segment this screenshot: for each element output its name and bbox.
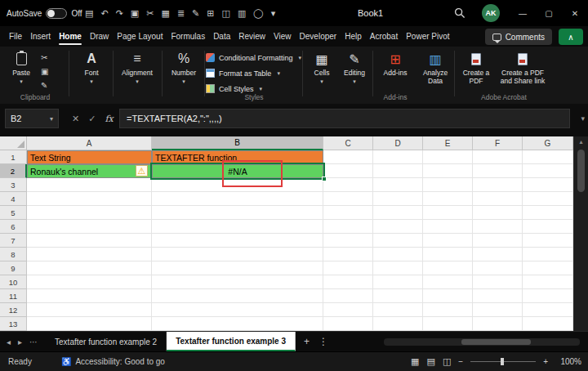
- page-layout-view-icon[interactable]: ▤: [427, 356, 435, 367]
- cell-a11[interactable]: [27, 289, 152, 303]
- column-header-g[interactable]: G: [523, 136, 573, 150]
- vertical-scrollbar[interactable]: ▴: [573, 136, 588, 331]
- ribbon-tab-data[interactable]: Data: [209, 26, 234, 47]
- cell-d3[interactable]: [373, 178, 423, 192]
- row-header-3[interactable]: 3: [0, 178, 27, 192]
- number-button[interactable]: % Number ▾: [165, 50, 203, 85]
- row-header-12[interactable]: 12: [0, 303, 27, 317]
- cell-b13[interactable]: [152, 317, 323, 331]
- cell-f4[interactable]: [473, 192, 523, 206]
- cell-b4[interactable]: [152, 192, 323, 206]
- cell-f7[interactable]: [473, 234, 523, 248]
- copy-button[interactable]: ▣: [41, 67, 48, 76]
- cell-e10[interactable]: [423, 275, 473, 289]
- column-header-f[interactable]: F: [473, 136, 523, 150]
- column-header-b[interactable]: B: [152, 136, 323, 150]
- cell-b6[interactable]: [152, 220, 323, 234]
- cell-c12[interactable]: [323, 303, 373, 317]
- analyze-data-button[interactable]: ▥ Analyze Data: [416, 50, 454, 86]
- cell-f2[interactable]: [473, 164, 523, 178]
- name-box[interactable]: B2 ▾: [5, 109, 59, 128]
- cell-g9[interactable]: [523, 261, 573, 275]
- cell-a5[interactable]: [27, 206, 152, 220]
- ribbon-tab-insert[interactable]: Insert: [26, 26, 55, 47]
- cell-a9[interactable]: [27, 261, 152, 275]
- add-ins-button[interactable]: ⊞ Add-ins: [377, 50, 413, 78]
- sort-icon[interactable]: ≣: [177, 8, 185, 19]
- create-pdf-share-button[interactable]: Create a PDF and Share link: [497, 50, 549, 86]
- cell-f13[interactable]: [473, 317, 523, 331]
- cell-g1[interactable]: [523, 150, 573, 164]
- cell-a1[interactable]: Text String: [27, 150, 152, 164]
- cell-b5[interactable]: [152, 206, 323, 220]
- cell-b7[interactable]: [152, 234, 323, 248]
- row-header-11[interactable]: 11: [0, 289, 27, 303]
- row-header-10[interactable]: 10: [0, 275, 27, 289]
- sheet-nav-left-icon[interactable]: ◂: [7, 337, 11, 346]
- row-header-13[interactable]: 13: [0, 317, 27, 331]
- cell-f10[interactable]: [473, 275, 523, 289]
- cell-d11[interactable]: [373, 289, 423, 303]
- cell-c3[interactable]: [323, 178, 373, 192]
- comments-button[interactable]: Comments: [485, 29, 552, 45]
- cell-f1[interactable]: [473, 150, 523, 164]
- cell-c1[interactable]: [323, 150, 373, 164]
- accessibility-status[interactable]: ♿ Accessibility: Good to go: [61, 357, 165, 366]
- cell-d6[interactable]: [373, 220, 423, 234]
- insert-function-icon[interactable]: fx: [105, 114, 113, 124]
- row-header-6[interactable]: 6: [0, 220, 27, 234]
- cut-button[interactable]: ✂: [41, 53, 48, 62]
- zoom-knob[interactable]: [501, 358, 504, 365]
- cell-d7[interactable]: [373, 234, 423, 248]
- ribbon-tab-review[interactable]: Review: [234, 26, 270, 47]
- cell-a7[interactable]: [27, 234, 152, 248]
- cell-e12[interactable]: [423, 303, 473, 317]
- cell-c6[interactable]: [323, 220, 373, 234]
- cell-a13[interactable]: [27, 317, 152, 331]
- normal-view-icon[interactable]: ▦: [411, 356, 419, 367]
- copy-icon[interactable]: ▣: [131, 8, 139, 19]
- column-header-e[interactable]: E: [423, 136, 473, 150]
- zoom-in-button[interactable]: +: [543, 357, 548, 366]
- font-button[interactable]: A Font ▾: [74, 50, 109, 85]
- cell-g4[interactable]: [523, 192, 573, 206]
- cell-d5[interactable]: [373, 206, 423, 220]
- document-title[interactable]: Book1: [358, 0, 383, 26]
- row-header-1[interactable]: 1: [0, 150, 27, 164]
- cell-f12[interactable]: [473, 303, 523, 317]
- cell-e7[interactable]: [423, 234, 473, 248]
- select-all-button[interactable]: [0, 136, 27, 150]
- cell-g8[interactable]: [523, 248, 573, 261]
- undo-icon[interactable]: ↶: [100, 8, 108, 19]
- ribbon-tab-formulas[interactable]: Formulas: [167, 26, 209, 47]
- row-header-7[interactable]: 7: [0, 234, 27, 248]
- cell-d12[interactable]: [373, 303, 423, 317]
- cell-a8[interactable]: [27, 248, 152, 261]
- column-header-c[interactable]: C: [323, 136, 373, 150]
- cell-g10[interactable]: [523, 275, 573, 289]
- format-as-table-button[interactable]: Format as Table ▾: [206, 68, 302, 78]
- cell-d2[interactable]: [373, 164, 423, 178]
- vertical-scroll-thumb[interactable]: [577, 150, 585, 192]
- cell-c4[interactable]: [323, 192, 373, 206]
- enter-icon[interactable]: ✓: [88, 114, 96, 124]
- cut-icon[interactable]: ✂: [146, 8, 154, 19]
- row-header-5[interactable]: 5: [0, 206, 27, 220]
- ribbon-tab-file[interactable]: File: [5, 26, 26, 47]
- ribbon-tab-help[interactable]: Help: [341, 26, 366, 47]
- autosave-toggle[interactable]: AutoSave Off: [7, 0, 82, 26]
- scroll-up-icon[interactable]: ▴: [574, 138, 588, 145]
- cell-a3[interactable]: [27, 178, 152, 192]
- column-header-a[interactable]: A: [27, 136, 152, 150]
- zoom-slider[interactable]: [470, 358, 536, 366]
- cell-f3[interactable]: [473, 178, 523, 192]
- cell-d9[interactable]: [373, 261, 423, 275]
- ribbon-tab-acrobat[interactable]: Acrobat: [366, 26, 402, 47]
- cell-d13[interactable]: [373, 317, 423, 331]
- cell-e6[interactable]: [423, 220, 473, 234]
- cell-e4[interactable]: [423, 192, 473, 206]
- minimize-button[interactable]: —: [510, 0, 536, 26]
- format-painter-icon[interactable]: ✎: [192, 8, 199, 19]
- cell-e11[interactable]: [423, 289, 473, 303]
- formula-input[interactable]: =TEXTAFTER(A2,":",,,,): [119, 109, 570, 128]
